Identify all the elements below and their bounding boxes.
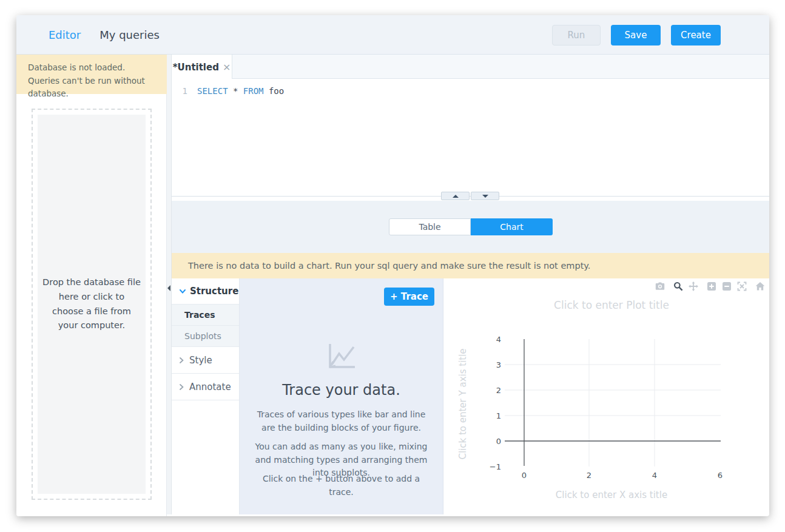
menu-item-structure[interactable]: Structure — [172, 278, 239, 305]
zoom-in-icon[interactable] — [707, 281, 716, 291]
expand-editor-button[interactable] — [441, 192, 470, 200]
menu-item-subplots[interactable]: Subplots — [172, 326, 239, 347]
plot-panel: Click to enter Plot title 4 — [443, 278, 769, 514]
tab-untitled[interactable]: *Untitled × — [172, 55, 232, 79]
traces-empty-panel: + Trace Trace your data. Traces of vario… — [240, 278, 443, 514]
arrow-down-icon — [482, 195, 488, 198]
svg-text:4: 4 — [652, 471, 657, 480]
svg-text:1: 1 — [496, 411, 501, 420]
svg-text:6: 6 — [718, 471, 723, 480]
collapse-left-icon — [167, 285, 170, 291]
database-sidebar: Database is not loaded. Queries can't be… — [16, 55, 167, 516]
builder-menu: Structure Traces Subplots Style Annotate — [172, 278, 240, 514]
svg-text:0: 0 — [496, 437, 501, 446]
plot-modebar — [655, 281, 765, 291]
sidebar-collapse-handle[interactable] — [167, 55, 172, 514]
result-view-toggle: Table Chart — [389, 218, 553, 235]
nav-editor-link[interactable]: Editor — [49, 29, 81, 41]
y-axis-title-placeholder[interactable]: Click to enter Y axis title — [457, 348, 468, 459]
sql-keyword: SELECT — [197, 86, 228, 96]
svg-text:2: 2 — [587, 471, 591, 480]
svg-text:2: 2 — [496, 386, 501, 395]
tab-close-icon[interactable]: × — [223, 61, 231, 73]
modebar-group — [655, 281, 665, 291]
save-button[interactable]: Save — [611, 25, 661, 45]
toggle-table-button[interactable]: Table — [389, 218, 471, 235]
x-axis-ticks: 0 2 4 6 — [522, 471, 723, 480]
menu-item-traces[interactable]: Traces — [172, 305, 239, 326]
expand-results-button[interactable] — [471, 192, 499, 200]
header: Editor My queries Run Save Create — [16, 15, 769, 55]
plot-title-placeholder[interactable]: Click to enter Plot title — [554, 299, 669, 311]
svg-text:−1: −1 — [490, 462, 501, 471]
svg-text:0: 0 — [522, 471, 527, 480]
add-trace-button[interactable]: + Trace — [384, 288, 434, 306]
sql-statement: SELECT * FROM foo — [197, 86, 284, 96]
result-panel: Table Chart — [172, 201, 769, 253]
tab-title: *Untitled — [173, 62, 219, 73]
sql-star: * — [233, 86, 238, 96]
modebar-group — [755, 281, 765, 291]
chart-builder: Structure Traces Subplots Style Annotate — [172, 278, 769, 514]
arrow-up-icon — [453, 195, 459, 198]
svg-text:4: 4 — [496, 335, 501, 344]
code-line: 1 SELECT * FROM foo — [172, 79, 769, 96]
modebar-group — [707, 281, 747, 291]
camera-icon[interactable] — [655, 281, 665, 291]
main-nav: Editor My queries — [49, 15, 160, 55]
gridlines — [505, 339, 721, 466]
menu-label: Traces — [184, 310, 215, 320]
chart-no-data-warning: There is no data to build a chart. Run y… — [172, 253, 769, 278]
sql-identifier: foo — [269, 86, 284, 96]
nav-my-queries-link[interactable]: My queries — [99, 29, 160, 41]
menu-label: Structure — [190, 286, 238, 297]
run-button[interactable]: Run — [552, 25, 601, 45]
database-dropzone-inner[interactable]: Drop the database file here or click to … — [38, 115, 146, 494]
zoom-icon[interactable] — [673, 281, 683, 291]
toggle-chart-button[interactable]: Chart — [471, 218, 553, 235]
chevron-down-icon — [180, 289, 186, 294]
menu-item-annotate[interactable]: Annotate — [172, 374, 239, 400]
sql-keyword: FROM — [243, 86, 264, 96]
zoom-out-icon[interactable] — [722, 281, 732, 291]
home-icon[interactable] — [755, 281, 765, 291]
autoscale-icon[interactable] — [737, 281, 747, 291]
y-axis-ticks: 4 3 2 1 0 −1 — [490, 335, 501, 471]
empty-plot-canvas[interactable]: Click to enter Plot title 4 — [443, 278, 769, 514]
pan-icon[interactable] — [689, 281, 698, 291]
line-chart-icon — [326, 342, 357, 371]
dropzone-label: Drop the database file here or click to … — [38, 275, 146, 334]
line-number: 1 — [172, 86, 187, 96]
menu-label: Annotate — [189, 382, 231, 392]
create-button[interactable]: Create — [671, 25, 721, 45]
trace-heading: Trace your data. — [240, 382, 443, 399]
menu-label: Style — [189, 355, 212, 366]
editor-tabbar: *Untitled × — [172, 55, 769, 79]
trace-paragraph: Click on the + button above to add a tra… — [240, 473, 443, 499]
svg-text:3: 3 — [496, 360, 501, 369]
sql-editor[interactable]: 1 SELECT * FROM foo — [172, 79, 769, 196]
chevron-right-icon — [180, 384, 184, 390]
menu-label: Subplots — [184, 331, 221, 341]
database-warning: Database is not loaded. Queries can't be… — [16, 55, 167, 94]
x-axis-title-placeholder[interactable]: Click to enter X axis title — [556, 490, 667, 500]
trace-paragraph: Traces of various types like bar and lin… — [240, 408, 443, 434]
app-window: Editor My queries Run Save Create Databa… — [16, 15, 769, 516]
database-dropzone[interactable]: Drop the database file here or click to … — [32, 109, 152, 500]
menu-item-style[interactable]: Style — [172, 347, 239, 374]
modebar-group — [673, 281, 698, 291]
chevron-right-icon — [180, 357, 184, 363]
page: Editor My queries Run Save Create Databa… — [0, 0, 785, 532]
